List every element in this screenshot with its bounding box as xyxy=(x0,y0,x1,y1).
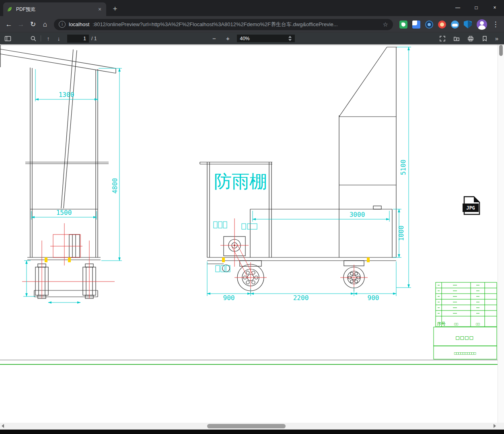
page-count-label: / 1 xyxy=(91,36,97,41)
back-icon[interactable]: ← xyxy=(3,19,14,30)
document-viewport: 1300 4800 1500 3000 1000 5100 900 2200 9… xyxy=(0,44,498,423)
bookmark-icon[interactable] xyxy=(479,34,490,43)
name-column-label: □□ xyxy=(454,322,458,326)
scrollbar-corner xyxy=(498,423,504,430)
extension-icon-2[interactable] xyxy=(412,21,420,29)
centerlines xyxy=(22,218,368,298)
horizontal-scrollbar[interactable] xyxy=(0,423,498,430)
leaf-favicon-icon xyxy=(6,6,13,12)
jpg-file-icon: JPG xyxy=(463,197,479,214)
dim-2200: 2200 xyxy=(293,294,309,302)
address-bar[interactable]: i localhost :8012/onlinePreview?url=http… xyxy=(54,19,393,30)
dim-3000: 3000 xyxy=(350,211,365,218)
drawing-title-text: □□□□ xyxy=(456,334,474,341)
pdf-toolbar: ↑ ↓ / 1 − + 40% » xyxy=(0,33,504,44)
sidebar-toggle-icon[interactable] xyxy=(2,34,13,43)
scroll-right-icon[interactable] xyxy=(494,424,496,428)
window-controls: — □ × xyxy=(448,0,504,15)
extension-icon-6[interactable] xyxy=(464,21,472,29)
zoom-select[interactable]: 40% xyxy=(237,35,295,42)
forward-icon[interactable]: → xyxy=(15,19,27,30)
vertical-scrollbar[interactable] xyxy=(498,44,504,423)
navigation-bar: ← → ↻ ⌂ i localhost :8012/onlinePreview?… xyxy=(0,16,504,33)
browser-window: PDF预览 × + — □ × ← → ↻ ⌂ i localhost :801… xyxy=(0,0,504,434)
tab-close-icon[interactable]: × xyxy=(97,6,103,12)
zoom-in-button[interactable]: + xyxy=(223,34,233,43)
scroll-left-icon[interactable] xyxy=(2,424,4,428)
toolbar-divider xyxy=(41,35,41,41)
tab-strip: PDF预览 × + — □ × xyxy=(0,0,504,16)
url-host: localhost xyxy=(69,21,89,27)
serial-header-label: 序号 xyxy=(437,321,446,327)
vertical-scrollbar-thumb[interactable] xyxy=(499,45,503,56)
tab-title: PDF预览 xyxy=(16,6,93,13)
structure-lines xyxy=(0,45,397,298)
browser-tab[interactable]: PDF预览 × xyxy=(3,2,106,16)
print-icon[interactable] xyxy=(465,34,476,43)
presentation-mode-icon[interactable] xyxy=(437,34,448,43)
bookmark-star-icon[interactable]: ☆ xyxy=(383,21,388,28)
previous-page-icon[interactable]: ↑ xyxy=(43,34,53,43)
dim-900-left: 900 xyxy=(223,294,235,302)
minimize-button[interactable]: — xyxy=(448,0,467,15)
extension-icon-1[interactable] xyxy=(399,21,407,29)
next-page-icon[interactable]: ↓ xyxy=(53,34,64,43)
title-block-lines xyxy=(434,282,497,359)
window-bottom-edge xyxy=(0,430,504,434)
url-path: :8012/onlinePreview?url=http%3A%2F%2Floc… xyxy=(93,21,379,28)
extension-icon-4[interactable] xyxy=(438,21,446,29)
dim-5100: 5100 xyxy=(399,160,407,175)
reload-icon[interactable]: ↻ xyxy=(27,19,39,30)
dim-1300: 1300 xyxy=(59,91,74,99)
remark-column-label: □□ xyxy=(476,322,480,326)
dim-900-right: 900 xyxy=(368,294,379,302)
open-file-icon[interactable] xyxy=(451,34,462,43)
cad-drawing: 1300 4800 1500 3000 1000 5100 900 2200 9… xyxy=(0,44,498,423)
dim-1500: 1500 xyxy=(56,209,72,216)
more-tools-icon[interactable]: » xyxy=(494,35,500,42)
jpg-label: JPG xyxy=(466,205,475,211)
page-number-input[interactable] xyxy=(67,35,89,43)
maximize-button[interactable]: □ xyxy=(467,0,485,15)
search-icon[interactable] xyxy=(28,34,39,43)
home-icon[interactable]: ⌂ xyxy=(39,19,51,30)
browser-menu-icon[interactable]: ⋮ xyxy=(490,19,501,30)
dim-4800: 4800 xyxy=(111,178,119,194)
dim-1000: 1000 xyxy=(397,226,405,241)
pdf-toolbar-right: » xyxy=(437,34,502,43)
zoom-spinner-icon xyxy=(288,36,292,41)
drawing-code-text: □□□□□□□□□□ xyxy=(454,351,476,355)
shelter-label: 防雨棚 xyxy=(214,171,267,191)
zoom-value: 40% xyxy=(240,36,287,41)
sheet-border-lines xyxy=(0,360,498,364)
profile-avatar[interactable] xyxy=(477,19,487,30)
extension-icon-3[interactable] xyxy=(425,21,433,29)
extension-icons xyxy=(399,21,472,29)
horizontal-scrollbar-thumb[interactable] xyxy=(207,424,286,428)
zoom-out-button[interactable]: − xyxy=(210,34,219,43)
dimension-text: 1300 4800 1500 3000 1000 5100 900 2200 9… xyxy=(56,91,407,302)
zoom-controls: − + 40% xyxy=(210,33,295,44)
close-button[interactable]: × xyxy=(485,0,504,15)
extension-icon-5[interactable] xyxy=(451,21,459,29)
page-info-icon[interactable]: i xyxy=(59,21,66,28)
new-tab-button[interactable]: + xyxy=(109,3,121,14)
